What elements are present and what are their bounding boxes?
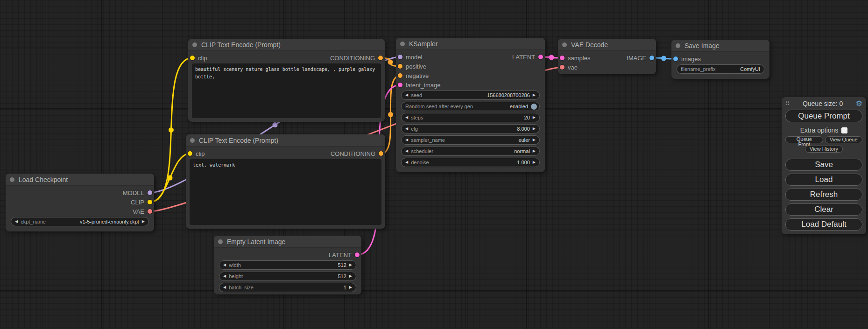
decrement-arrow-icon[interactable]: ◀ <box>405 127 408 131</box>
settings-gear-icon[interactable]: ⚙ <box>856 100 862 107</box>
output-slot-CONDITIONING[interactable]: CONDITIONING <box>330 55 383 62</box>
save-button[interactable]: Save <box>785 159 862 171</box>
load-default-button[interactable]: Load Default <box>785 218 862 231</box>
input-slot-clip[interactable]: clip <box>190 55 207 62</box>
output-slot-MODEL[interactable]: MODEL <box>123 189 152 196</box>
output-slot-CONDITIONING[interactable]: CONDITIONING <box>331 150 383 157</box>
node-vae_decode[interactable]: VAE DecodesamplesIMAGEvae <box>558 39 656 74</box>
widget-cfg[interactable]: ◀cfg8.000▶ <box>401 124 540 133</box>
refresh-button[interactable]: Refresh <box>785 189 862 201</box>
load-button[interactable]: Load <box>785 174 862 186</box>
collapse-dot-icon[interactable] <box>400 42 405 46</box>
link-midpoint-dot[interactable] <box>388 60 393 65</box>
decrement-arrow-icon[interactable]: ◀ <box>405 161 408 164</box>
increment-arrow-icon[interactable]: ▶ <box>349 263 352 267</box>
input-slot-vae[interactable]: vae <box>560 64 578 71</box>
link-midpoint-dot[interactable] <box>549 55 554 60</box>
link-midpoint-dot[interactable] <box>661 56 666 61</box>
widget-filename_prefix[interactable]: filename_prefixComfyUI <box>677 64 764 74</box>
output-slot-dot[interactable] <box>378 56 383 60</box>
node-ksampler[interactable]: KSamplermodelLATENTpositivenegativelaten… <box>396 38 545 172</box>
node-graph-canvas[interactable]: Load CheckpointMODELCLIPVAE◀ckpt_namev1-… <box>0 0 868 329</box>
collapse-dot-icon[interactable] <box>218 239 223 244</box>
collapse-dot-icon[interactable] <box>10 177 14 182</box>
input-slot-dot[interactable] <box>398 55 402 59</box>
increment-arrow-icon[interactable]: ▶ <box>533 127 536 131</box>
view-queue-button[interactable]: View Queue <box>825 136 863 143</box>
collapse-dot-icon[interactable] <box>562 42 567 47</box>
decrement-arrow-icon[interactable]: ◀ <box>405 149 408 153</box>
output-slot-LATENT[interactable]: LATENT <box>512 54 543 61</box>
increment-arrow-icon[interactable]: ▶ <box>533 138 536 142</box>
input-slot-dot[interactable] <box>560 65 565 70</box>
input-slot-dot[interactable] <box>188 151 192 156</box>
clear-button[interactable]: Clear <box>785 203 862 216</box>
output-slot-dot[interactable] <box>355 252 360 257</box>
input-slot-dot[interactable] <box>398 83 402 87</box>
link-midpoint-dot[interactable] <box>273 122 278 127</box>
view-history-button[interactable]: View History <box>805 146 843 153</box>
increment-arrow-icon[interactable]: ▶ <box>533 149 536 153</box>
widget-width[interactable]: ◀width512▶ <box>219 260 356 270</box>
input-slot-negative[interactable]: negative <box>398 72 429 79</box>
queue-prompt-button[interactable]: Queue Prompt <box>785 110 862 122</box>
increment-arrow-icon[interactable]: ▶ <box>142 220 145 224</box>
widget-Random seed after every gen[interactable]: Random seed after every genenabled <box>401 102 540 111</box>
widget-seed[interactable]: ◀seed156680208700286▶ <box>401 91 540 100</box>
output-slot-VAE[interactable]: VAE <box>133 208 152 215</box>
increment-arrow-icon[interactable]: ▶ <box>533 161 536 164</box>
decrement-arrow-icon[interactable]: ◀ <box>405 93 408 97</box>
output-slot-LATENT[interactable]: LATENT <box>329 252 360 259</box>
increment-arrow-icon[interactable]: ▶ <box>533 116 536 119</box>
output-slot-IMAGE[interactable]: IMAGE <box>627 55 654 62</box>
output-slot-dot[interactable] <box>649 56 654 60</box>
node-save_image[interactable]: Save Imageimagesfilename_prefixComfyUI <box>671 40 769 79</box>
widget-height[interactable]: ◀height512▶ <box>219 272 356 281</box>
input-slot-latent_image[interactable]: latent_image <box>398 82 440 89</box>
output-slot-dot[interactable] <box>148 209 152 214</box>
decrement-arrow-icon[interactable]: ◀ <box>223 286 226 289</box>
output-slot-CLIP[interactable]: CLIP <box>131 199 152 206</box>
input-slot-dot[interactable] <box>673 56 678 61</box>
node-clip_encode_1[interactable]: CLIP Text Encode (Prompt)clipCONDITIONIN… <box>188 39 385 122</box>
prompt-textarea[interactable]: text, watermark <box>190 159 381 225</box>
link-midpoint-dot[interactable] <box>388 112 393 117</box>
decrement-arrow-icon[interactable]: ◀ <box>405 116 408 119</box>
increment-arrow-icon[interactable]: ▶ <box>349 286 352 289</box>
output-slot-dot[interactable] <box>148 190 152 195</box>
widget-batch_size[interactable]: ◀batch_size1▶ <box>219 283 356 292</box>
widget-sampler_name[interactable]: ◀sampler_nameeuler▶ <box>401 135 540 145</box>
increment-arrow-icon[interactable]: ▶ <box>533 93 536 97</box>
input-slot-dot[interactable] <box>398 73 402 78</box>
node-load_checkpoint[interactable]: Load CheckpointMODELCLIPVAE◀ckpt_namev1-… <box>6 174 154 231</box>
input-slot-samples[interactable]: samples <box>560 55 590 62</box>
prompt-textarea[interactable]: beautiful scenery nature glass bottle la… <box>192 63 381 118</box>
widget-denoise[interactable]: ◀denoise1.000▶ <box>401 158 540 167</box>
decrement-arrow-icon[interactable]: ◀ <box>223 263 226 267</box>
input-slot-dot[interactable] <box>560 56 565 60</box>
input-slot-dot[interactable] <box>398 64 402 69</box>
node-empty_latent[interactable]: Empty Latent ImageLATENT◀width512▶◀heigh… <box>214 236 361 294</box>
collapse-dot-icon[interactable] <box>192 42 197 47</box>
widget-ckpt_name[interactable]: ◀ckpt_namev1-5-pruned-emaonly.ckpt▶ <box>11 217 149 226</box>
input-slot-images[interactable]: images <box>673 56 701 63</box>
decrement-arrow-icon[interactable]: ◀ <box>15 220 18 224</box>
drag-handle-icon[interactable]: ⠿ <box>785 100 790 107</box>
widget-steps[interactable]: ◀steps20▶ <box>401 113 540 122</box>
decrement-arrow-icon[interactable]: ◀ <box>223 274 226 278</box>
input-slot-dot[interactable] <box>190 56 195 60</box>
output-slot-dot[interactable] <box>148 200 152 204</box>
output-slot-dot[interactable] <box>379 151 383 156</box>
collapse-dot-icon[interactable] <box>676 43 680 48</box>
link-midpoint-dot[interactable] <box>168 175 173 181</box>
decrement-arrow-icon[interactable]: ◀ <box>405 138 408 142</box>
input-slot-model[interactable]: model <box>398 54 422 61</box>
collapse-dot-icon[interactable] <box>190 138 195 143</box>
output-slot-dot[interactable] <box>538 55 543 59</box>
widget-scheduler[interactable]: ◀schedulernormal▶ <box>401 147 540 156</box>
input-slot-clip[interactable]: clip <box>188 150 205 157</box>
increment-arrow-icon[interactable]: ▶ <box>349 274 352 278</box>
extra-options-checkbox[interactable] <box>841 127 847 133</box>
node-clip_encode_2[interactable]: CLIP Text Encode (Prompt)clipCONDITIONIN… <box>186 134 385 229</box>
queue-front-button[interactable]: Queue Front <box>785 136 823 143</box>
